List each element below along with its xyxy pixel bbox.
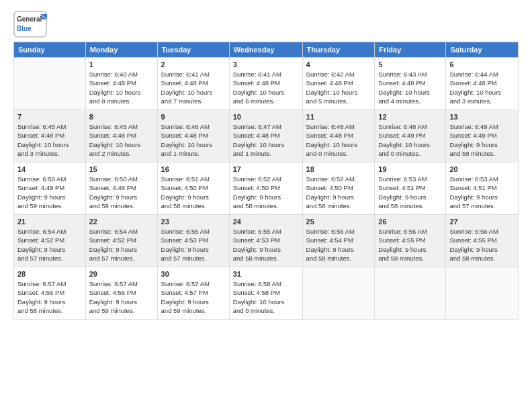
calendar-cell [302, 267, 375, 320]
day-info: Sunrise: 6:42 AMSunset: 4:48 PMDaylight:… [306, 70, 371, 105]
day-info: Sunrise: 6:53 AMSunset: 4:51 PMDaylight:… [449, 175, 515, 210]
calendar-cell: 2Sunrise: 6:41 AMSunset: 4:48 PMDaylight… [157, 58, 229, 110]
calendar-cell: 14Sunrise: 6:50 AMSunset: 4:49 PMDayligh… [14, 163, 86, 215]
day-info: Sunrise: 6:50 AMSunset: 4:49 PMDaylight:… [17, 175, 82, 210]
day-info: Sunrise: 6:48 AMSunset: 4:48 PMDaylight:… [306, 122, 371, 158]
week-row-1: 1Sunrise: 6:40 AMSunset: 4:48 PMDaylight… [14, 58, 519, 110]
calendar-cell: 5Sunrise: 6:43 AMSunset: 4:48 PMDaylight… [375, 58, 446, 110]
calendar-cell: 30Sunrise: 6:57 AMSunset: 4:57 PMDayligh… [157, 267, 229, 320]
calendar-cell: 29Sunrise: 6:57 AMSunset: 4:56 PMDayligh… [85, 267, 157, 320]
week-row-3: 14Sunrise: 6:50 AMSunset: 4:49 PMDayligh… [14, 163, 519, 215]
day-number: 29 [89, 270, 154, 278]
day-info: Sunrise: 6:45 AMSunset: 4:48 PMDaylight:… [17, 122, 82, 158]
calendar-cell: 11Sunrise: 6:48 AMSunset: 4:48 PMDayligh… [302, 110, 375, 163]
day-info: Sunrise: 6:44 AMSunset: 4:48 PMDaylight:… [449, 70, 515, 105]
col-header-wednesday: Wednesday [229, 42, 302, 58]
day-number: 21 [17, 218, 82, 226]
day-number: 27 [449, 218, 515, 226]
day-info: Sunrise: 6:56 AMSunset: 4:54 PMDaylight:… [306, 227, 371, 263]
calendar-cell: 6Sunrise: 6:44 AMSunset: 4:48 PMDaylight… [446, 58, 519, 110]
day-info: Sunrise: 6:53 AMSunset: 4:51 PMDaylight:… [378, 175, 442, 210]
week-row-4: 21Sunrise: 6:54 AMSunset: 4:52 PMDayligh… [14, 215, 519, 267]
day-info: Sunrise: 6:43 AMSunset: 4:48 PMDaylight:… [378, 70, 442, 105]
calendar-cell: 25Sunrise: 6:56 AMSunset: 4:54 PMDayligh… [302, 215, 375, 267]
day-number: 11 [306, 113, 371, 121]
calendar-cell: 24Sunrise: 6:55 AMSunset: 4:53 PMDayligh… [229, 215, 302, 267]
page: General Blue SundayMondayTuesdayWednesda… [0, 0, 532, 411]
col-header-friday: Friday [375, 42, 446, 58]
day-info: Sunrise: 6:55 AMSunset: 4:53 PMDaylight:… [161, 227, 226, 263]
calendar-cell: 8Sunrise: 6:45 AMSunset: 4:48 PMDaylight… [85, 110, 157, 163]
day-info: Sunrise: 6:54 AMSunset: 4:52 PMDaylight:… [89, 227, 154, 263]
day-number: 31 [233, 270, 299, 278]
day-info: Sunrise: 6:56 AMSunset: 4:55 PMDaylight:… [449, 227, 515, 263]
header: General Blue [13, 11, 519, 38]
day-number: 10 [233, 113, 299, 121]
day-info: Sunrise: 6:45 AMSunset: 4:48 PMDaylight:… [89, 122, 154, 158]
day-number: 25 [306, 218, 371, 226]
day-number: 17 [233, 165, 299, 173]
day-number: 1 [89, 60, 154, 68]
day-number: 26 [378, 218, 442, 226]
calendar-cell: 15Sunrise: 6:50 AMSunset: 4:49 PMDayligh… [85, 163, 157, 215]
calendar-cell: 16Sunrise: 6:51 AMSunset: 4:50 PMDayligh… [157, 163, 229, 215]
day-number: 16 [161, 165, 226, 173]
svg-text:General: General [17, 15, 42, 23]
calendar-cell: 23Sunrise: 6:55 AMSunset: 4:53 PMDayligh… [157, 215, 229, 267]
day-number: 28 [17, 270, 82, 278]
col-header-tuesday: Tuesday [157, 42, 229, 58]
day-info: Sunrise: 6:58 AMSunset: 4:58 PMDaylight:… [233, 279, 299, 315]
calendar-table: SundayMondayTuesdayWednesdayThursdayFrid… [13, 42, 519, 320]
week-row-2: 7Sunrise: 6:45 AMSunset: 4:48 PMDaylight… [14, 110, 519, 163]
day-info: Sunrise: 6:40 AMSunset: 4:48 PMDaylight:… [89, 70, 154, 105]
day-info: Sunrise: 6:49 AMSunset: 4:49 PMDaylight:… [449, 122, 515, 158]
day-number: 12 [378, 113, 442, 121]
day-info: Sunrise: 6:50 AMSunset: 4:49 PMDaylight:… [89, 175, 154, 210]
calendar-cell: 26Sunrise: 6:56 AMSunset: 4:55 PMDayligh… [375, 215, 446, 267]
day-info: Sunrise: 6:54 AMSunset: 4:52 PMDaylight:… [17, 227, 82, 263]
day-number: 5 [378, 60, 442, 68]
day-number: 3 [233, 60, 299, 68]
day-number: 15 [89, 165, 154, 173]
calendar-cell: 21Sunrise: 6:54 AMSunset: 4:52 PMDayligh… [14, 215, 86, 267]
day-info: Sunrise: 6:57 AMSunset: 4:56 PMDaylight:… [89, 279, 154, 315]
calendar-cell: 19Sunrise: 6:53 AMSunset: 4:51 PMDayligh… [375, 163, 446, 215]
logo-svg: General Blue [13, 11, 47, 38]
day-number: 7 [17, 113, 82, 121]
calendar-cell [446, 267, 519, 320]
day-number: 18 [306, 165, 371, 173]
header-row: SundayMondayTuesdayWednesdayThursdayFrid… [14, 42, 519, 58]
day-number: 30 [161, 270, 226, 278]
day-info: Sunrise: 6:46 AMSunset: 4:48 PMDaylight:… [161, 122, 226, 158]
logo: General Blue [13, 11, 47, 38]
calendar-cell: 20Sunrise: 6:53 AMSunset: 4:51 PMDayligh… [446, 163, 519, 215]
calendar-cell: 28Sunrise: 6:57 AMSunset: 4:56 PMDayligh… [14, 267, 86, 320]
day-info: Sunrise: 6:51 AMSunset: 4:50 PMDaylight:… [161, 175, 226, 210]
col-header-monday: Monday [85, 42, 157, 58]
calendar-cell: 1Sunrise: 6:40 AMSunset: 4:48 PMDaylight… [85, 58, 157, 110]
day-info: Sunrise: 6:52 AMSunset: 4:50 PMDaylight:… [306, 175, 371, 210]
calendar-cell: 13Sunrise: 6:49 AMSunset: 4:49 PMDayligh… [446, 110, 519, 163]
day-number: 20 [449, 165, 515, 173]
calendar-cell: 9Sunrise: 6:46 AMSunset: 4:48 PMDaylight… [157, 110, 229, 163]
day-number: 4 [306, 60, 371, 68]
calendar-cell: 31Sunrise: 6:58 AMSunset: 4:58 PMDayligh… [229, 267, 302, 320]
day-number: 24 [233, 218, 299, 226]
day-number: 19 [378, 165, 442, 173]
day-info: Sunrise: 6:47 AMSunset: 4:48 PMDaylight:… [233, 122, 299, 158]
day-number: 9 [161, 113, 226, 121]
calendar-cell: 12Sunrise: 6:48 AMSunset: 4:49 PMDayligh… [375, 110, 446, 163]
calendar-cell: 22Sunrise: 6:54 AMSunset: 4:52 PMDayligh… [85, 215, 157, 267]
calendar-cell: 18Sunrise: 6:52 AMSunset: 4:50 PMDayligh… [302, 163, 375, 215]
day-info: Sunrise: 6:52 AMSunset: 4:50 PMDaylight:… [233, 175, 299, 210]
day-number: 22 [89, 218, 154, 226]
day-info: Sunrise: 6:57 AMSunset: 4:57 PMDaylight:… [161, 279, 226, 315]
day-number: 6 [449, 60, 515, 68]
day-number: 23 [161, 218, 226, 226]
day-number: 13 [449, 113, 515, 121]
week-row-5: 28Sunrise: 6:57 AMSunset: 4:56 PMDayligh… [14, 267, 519, 320]
day-number: 14 [17, 165, 82, 173]
day-info: Sunrise: 6:57 AMSunset: 4:56 PMDaylight:… [17, 279, 82, 315]
day-info: Sunrise: 6:48 AMSunset: 4:49 PMDaylight:… [378, 122, 442, 158]
day-number: 2 [161, 60, 226, 68]
